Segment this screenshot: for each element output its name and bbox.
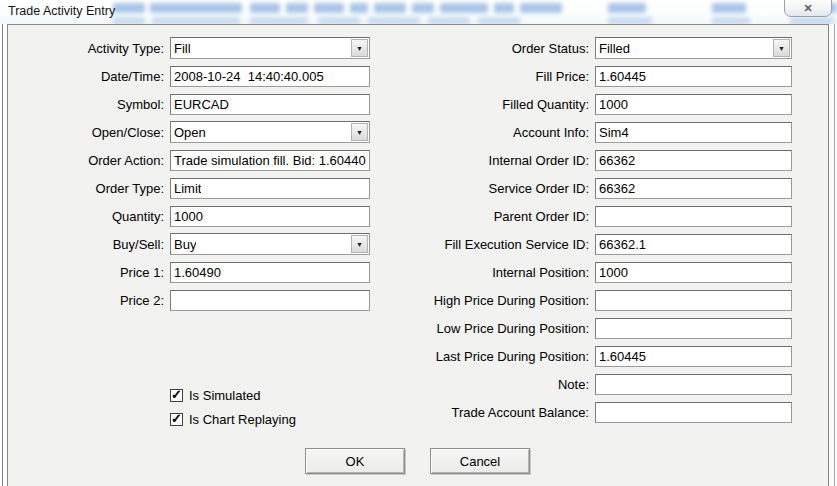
form-row-high-price-during-position: High Price During Position: [418,287,792,313]
last-price-during-position-input[interactable]: 1.60445 [595,346,792,367]
form-row-buy-sell: Buy/Sell:Buy▼ [5,231,370,257]
form-row-internal-position: Internal Position:1000 [418,259,792,285]
buy-sell-label: Buy/Sell: [5,237,170,252]
order-type-value: Limit [174,181,201,196]
open-close-value: Open [174,125,206,140]
window-title: Trade Activity Entry [8,4,115,18]
is-simulated-checkbox[interactable]: ✓ [170,389,183,402]
close-button[interactable]: ✕ [784,0,832,17]
titlebar[interactable]: Trade Activity Entry ✕ [0,0,837,24]
low-price-during-position-input[interactable] [595,318,792,339]
date-time-label: Date/Time: [5,69,170,84]
quantity-value: 1000 [174,209,203,224]
form-row-service-order-id: Service Order ID:66362 [418,175,792,201]
glass-smudge [608,17,652,24]
activity-type-dropdown-arrow-icon[interactable]: ▼ [351,39,368,57]
last-price-during-position-value: 1.60445 [599,349,646,364]
high-price-during-position-label: High Price During Position: [418,293,595,308]
form-row-date-time: Date/Time:2008-10-24 14:40:40.005 [5,63,370,89]
form-row-internal-order-id: Internal Order ID:66362 [418,147,792,173]
glass-smudge [368,17,420,24]
order-status-dropdown-arrow-icon[interactable]: ▼ [773,39,790,57]
open-close-dropdown-arrow-icon[interactable]: ▼ [351,123,368,141]
activity-type-value: Fill [174,41,191,56]
form-row-low-price-during-position: Low Price During Position: [418,315,792,341]
fill-execution-service-id-label: Fill Execution Service ID: [418,237,595,252]
form-row-fill-price: Fill Price:1.60445 [418,63,792,89]
parent-order-id-input[interactable] [595,206,792,227]
price-1-input[interactable]: 1.60490 [170,262,370,283]
open-close-combobox[interactable]: Open▼ [170,121,370,143]
form-row-last-price-during-position: Last Price During Position:1.60445 [418,343,792,369]
glass-smudge [428,17,470,24]
fill-price-input[interactable]: 1.60445 [595,66,792,87]
form-row-price-1: Price 1:1.60490 [5,259,370,285]
is-chart-replaying-checkbox[interactable]: ✓ [170,413,183,426]
symbol-label: Symbol: [5,97,170,112]
window-frame-right [834,24,835,486]
note-input[interactable] [595,374,792,395]
service-order-id-input[interactable]: 66362 [595,178,792,199]
activity-type-combobox[interactable]: Fill▼ [170,37,370,59]
order-status-value: Filled [599,41,630,56]
form-row-order-type: Order Type:Limit [5,175,370,201]
trade-account-balance-input[interactable] [595,402,792,423]
price-1-value: 1.60490 [174,265,221,280]
filled-quantity-input[interactable]: 1000 [595,94,792,115]
form-row-price-2: Price 2: [5,287,370,313]
fill-price-label: Fill Price: [418,69,595,84]
form-row-filled-quantity: Filled Quantity:1000 [418,91,792,117]
high-price-during-position-input[interactable] [595,290,792,311]
glass-smudge [478,17,520,24]
price-1-label: Price 1: [5,265,170,280]
glass-smudge [314,3,344,13]
glass-smudge [150,3,242,13]
is-simulated-label: Is Simulated [189,388,261,403]
internal-order-id-label: Internal Order ID: [418,153,595,168]
form-row-activity-type: Activity Type:Fill▼ [5,35,370,61]
form-row-symbol: Symbol:EURCAD [5,91,370,117]
form-row-quantity: Quantity:1000 [5,203,370,229]
date-time-input[interactable]: 2008-10-24 14:40:40.005 [170,66,370,87]
trade-activity-entry-dialog: Trade Activity Entry ✕ Activity Type:Fil… [0,0,837,486]
cancel-button[interactable]: Cancel [430,448,530,474]
quantity-input[interactable]: 1000 [170,206,370,227]
service-order-id-label: Service Order ID: [418,181,595,196]
account-info-input[interactable]: Sim4 [595,122,792,143]
order-type-input[interactable]: Limit [170,178,370,199]
order-status-combobox[interactable]: Filled▼ [595,37,792,59]
fill-execution-service-id-input[interactable]: 66362.1 [595,234,792,255]
glass-smudge [712,3,746,13]
activity-type-label: Activity Type: [5,41,170,56]
order-action-value: Trade simulation fill. Bid: 1.60440 A [174,153,366,168]
low-price-during-position-label: Low Price During Position: [418,321,595,336]
glass-smudge [494,3,514,13]
is-chart-replaying-label: Is Chart Replaying [189,412,296,427]
symbol-value: EURCAD [174,97,229,112]
symbol-input[interactable]: EURCAD [170,94,370,115]
checkbox-row-is-chart-replaying: ✓Is Chart Replaying [170,411,296,427]
buy-sell-value: Buy [174,237,196,252]
glass-smudge [440,3,488,13]
buy-sell-combobox[interactable]: Buy▼ [170,233,370,255]
checkbox-row-is-simulated: ✓Is Simulated [170,387,261,403]
glass-smudge [412,3,434,13]
buy-sell-dropdown-arrow-icon[interactable]: ▼ [351,235,368,253]
internal-position-value: 1000 [599,265,628,280]
ok-button[interactable]: OK [305,448,405,474]
quantity-label: Quantity: [5,209,170,224]
internal-order-id-input[interactable]: 66362 [595,150,792,171]
form-row-order-status: Order Status:Filled▼ [418,35,792,61]
form-row-parent-order-id: Parent Order ID: [418,203,792,229]
order-status-label: Order Status: [418,41,595,56]
internal-position-input[interactable]: 1000 [595,262,792,283]
checkmark-icon: ✓ [171,387,182,402]
glass-smudge [374,3,406,13]
open-close-label: Open/Close: [5,125,170,140]
price-2-input[interactable] [170,290,370,311]
internal-position-label: Internal Position: [418,265,595,280]
internal-order-id-value: 66362 [599,153,635,168]
fill-price-value: 1.60445 [599,69,646,84]
form-row-account-info: Account Info:Sim4 [418,119,792,145]
order-action-input[interactable]: Trade simulation fill. Bid: 1.60440 A [170,150,370,171]
